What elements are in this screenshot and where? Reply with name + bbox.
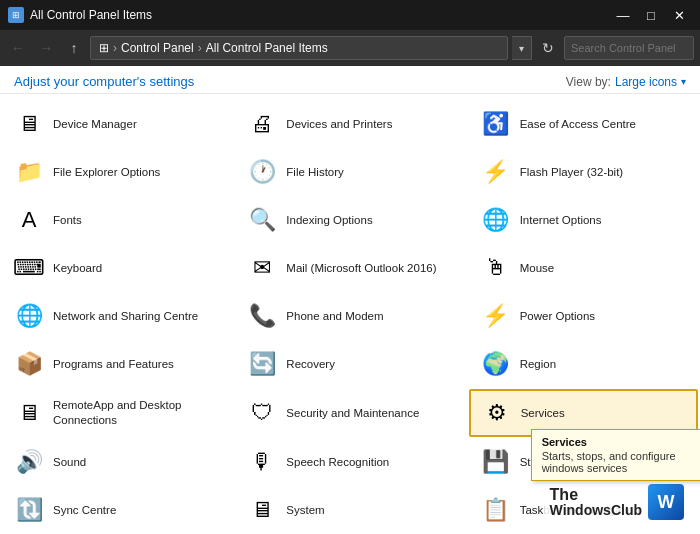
path-control-panel[interactable]: Control Panel (121, 41, 194, 55)
power-options-label: Power Options (520, 309, 595, 324)
power-options-icon: ⚡ (480, 300, 512, 332)
region-icon: 🌍 (480, 348, 512, 380)
watermark: The WindowsClub W (544, 480, 690, 524)
grid-item-indexing-options[interactable]: 🔍Indexing Options (235, 197, 464, 243)
network-sharing-label: Network and Sharing Centre (53, 309, 198, 324)
fonts-icon: A (13, 204, 45, 236)
file-explorer-label: File Explorer Options (53, 165, 160, 180)
path-all-items[interactable]: All Control Panel Items (206, 41, 328, 55)
file-explorer-icon: 📁 (13, 156, 45, 188)
internet-options-label: Internet Options (520, 213, 602, 228)
up-button[interactable]: ↑ (62, 36, 86, 60)
window-icon-symbol: ⊞ (12, 10, 20, 20)
internet-options-icon: 🌐 (480, 204, 512, 236)
watermark-line1: The (550, 486, 642, 504)
region-label: Region (520, 357, 556, 372)
content-header: Adjust your computer's settings View by:… (0, 66, 700, 94)
mouse-label: Mouse (520, 261, 555, 276)
speech-recognition-icon: 🎙 (246, 446, 278, 478)
view-by-value[interactable]: Large icons (615, 75, 677, 89)
grid-item-ease-access[interactable]: ♿Ease of Access Centre (469, 101, 698, 147)
phone-modem-label: Phone and Modem (286, 309, 383, 324)
sound-label: Sound (53, 455, 86, 470)
storage-icon: 💾 (480, 446, 512, 478)
file-history-label: File History (286, 165, 344, 180)
grid-item-devices-printers[interactable]: 🖨Devices and Printers (235, 101, 464, 147)
device-manager-label: Device Manager (53, 117, 137, 132)
grid-item-recovery[interactable]: 🔄Recovery (235, 341, 464, 387)
search-input[interactable] (571, 42, 700, 54)
keyboard-icon: ⌨ (13, 252, 45, 284)
main-content: Adjust your computer's settings View by:… (0, 66, 700, 534)
flash-player-label: Flash Player (32-bit) (520, 165, 624, 180)
grid-item-storage[interactable]: 💾Storage (469, 439, 698, 485)
grid-item-remoteapp[interactable]: 🖥RemoteApp and Desktop Connections (2, 389, 231, 437)
close-button[interactable]: ✕ (666, 4, 692, 26)
grid-item-keyboard[interactable]: ⌨Keyboard (2, 245, 231, 291)
grid-item-mouse[interactable]: 🖱Mouse (469, 245, 698, 291)
recovery-icon: 🔄 (246, 348, 278, 380)
programs-features-label: Programs and Features (53, 357, 174, 372)
security-maintenance-label: Security and Maintenance (286, 406, 419, 421)
grid-item-speech-recognition[interactable]: 🎙Speech Recognition (235, 439, 464, 485)
grid-item-power-options[interactable]: ⚡Power Options (469, 293, 698, 339)
services-icon: ⚙ (481, 397, 513, 429)
grid-item-internet-options[interactable]: 🌐Internet Options (469, 197, 698, 243)
speech-recognition-label: Speech Recognition (286, 455, 389, 470)
refresh-button[interactable]: ↻ (536, 36, 560, 60)
address-path: ⊞ › Control Panel › All Control Panel It… (90, 36, 508, 60)
title-bar-text: All Control Panel Items (30, 8, 604, 22)
grid-item-flash-player[interactable]: ⚡Flash Player (32-bit) (469, 149, 698, 195)
minimize-button[interactable]: — (610, 4, 636, 26)
grid-item-security-maintenance[interactable]: 🛡Security and Maintenance (235, 389, 464, 437)
address-bar: ← → ↑ ⊞ › Control Panel › All Control Pa… (0, 30, 700, 66)
grid-item-device-manager[interactable]: 🖥Device Manager (2, 101, 231, 147)
grid-item-network-sharing[interactable]: 🌐Network and Sharing Centre (2, 293, 231, 339)
mouse-icon: 🖱 (480, 252, 512, 284)
devices-printers-label: Devices and Printers (286, 117, 392, 132)
ease-access-label: Ease of Access Centre (520, 117, 636, 132)
security-maintenance-icon: 🛡 (246, 397, 278, 429)
grid-item-phone-modem[interactable]: 📞Phone and Modem (235, 293, 464, 339)
taskbar-navigation-icon: 📋 (480, 494, 512, 526)
view-by-arrow[interactable]: ▾ (681, 76, 686, 87)
system-label: System (286, 503, 324, 518)
path-dropdown-arrow[interactable]: ▾ (512, 36, 532, 60)
back-button[interactable]: ← (6, 36, 30, 60)
grid-item-sound[interactable]: 🔊Sound (2, 439, 231, 485)
storage-label: Storage (520, 455, 560, 470)
grid-item-mail[interactable]: ✉Mail (Microsoft Outlook 2016) (235, 245, 464, 291)
services-label: Services (521, 406, 565, 421)
fonts-label: Fonts (53, 213, 82, 228)
title-bar-controls: — □ ✕ (610, 4, 692, 26)
indexing-options-label: Indexing Options (286, 213, 372, 228)
path-sep2: › (198, 41, 202, 55)
flash-player-icon: ⚡ (480, 156, 512, 188)
grid-item-sync-centre[interactable]: 🔃Sync Centre (2, 487, 231, 533)
remoteapp-icon: 🖥 (13, 397, 45, 429)
grid-item-services[interactable]: ⚙ServicesServicesStarts, stops, and conf… (469, 389, 698, 437)
grid-item-programs-features[interactable]: 📦Programs and Features (2, 341, 231, 387)
forward-button[interactable]: → (34, 36, 58, 60)
grid-item-file-explorer[interactable]: 📁File Explorer Options (2, 149, 231, 195)
device-manager-icon: 🖥 (13, 108, 45, 140)
path-sep1: › (113, 41, 117, 55)
adjust-settings-text: Adjust your computer's settings (14, 74, 194, 89)
programs-features-icon: 📦 (13, 348, 45, 380)
maximize-button[interactable]: □ (638, 4, 664, 26)
recovery-label: Recovery (286, 357, 335, 372)
sync-centre-icon: 🔃 (13, 494, 45, 526)
grid-item-fonts[interactable]: AFonts (2, 197, 231, 243)
grid-item-file-history[interactable]: 🕐File History (235, 149, 464, 195)
file-history-icon: 🕐 (246, 156, 278, 188)
grid-item-system[interactable]: 🖥System (235, 487, 464, 533)
mail-label: Mail (Microsoft Outlook 2016) (286, 261, 436, 276)
watermark-line2: WindowsClub (550, 503, 642, 518)
sync-centre-label: Sync Centre (53, 503, 116, 518)
view-by-control: View by: Large icons ▾ (566, 75, 686, 89)
items-grid: 🖥Device Manager🖨Devices and Printers♿Eas… (0, 94, 700, 534)
remoteapp-label: RemoteApp and Desktop Connections (53, 398, 220, 428)
grid-item-region[interactable]: 🌍Region (469, 341, 698, 387)
search-box[interactable]: 🔍 (564, 36, 694, 60)
mail-icon: ✉ (246, 252, 278, 284)
